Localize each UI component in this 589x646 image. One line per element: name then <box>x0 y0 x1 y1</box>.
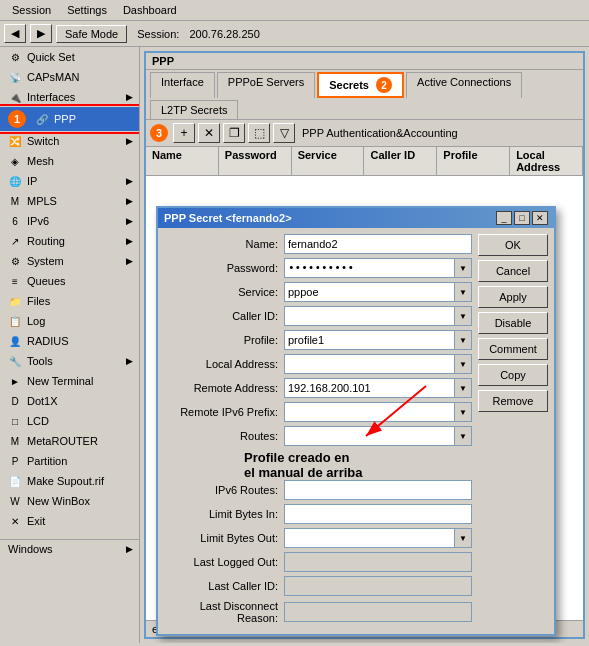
back-button[interactable]: ◀ <box>4 24 26 43</box>
sidebar-label-newterminal: New Terminal <box>27 375 93 387</box>
form-row-remote-ipv6: Remote IPv6 Prefix: ▼ <box>164 402 472 422</box>
sidebar-item-windows[interactable]: Windows ▶ <box>0 540 139 558</box>
modal-minimize-btn[interactable]: _ <box>496 211 512 225</box>
sidebar-item-exit[interactable]: ✕ Exit <box>0 511 139 531</box>
sidebar-item-tools[interactable]: 🔧 Tools ▶ <box>0 351 139 371</box>
sidebar-item-partition[interactable]: P Partition <box>0 451 139 471</box>
sidebar-label-queues: Queues <box>27 275 66 287</box>
caller-id-input[interactable] <box>284 306 472 326</box>
sidebar-label-exit: Exit <box>27 515 45 527</box>
tab-secrets[interactable]: Secrets 2 <box>317 72 404 98</box>
profile-input[interactable] <box>284 330 472 350</box>
badge-3: 3 <box>150 124 168 142</box>
last-logged-label: Last Logged Out: <box>164 556 284 568</box>
service-wrap: ▼ <box>284 282 472 302</box>
sidebar-item-quickset[interactable]: ⚙ Quick Set <box>0 47 139 67</box>
delete-button[interactable]: ✕ <box>198 123 220 143</box>
tab-l2tp-secrets[interactable]: L2TP Secrets <box>150 100 238 119</box>
limitout-dropdown-arrow[interactable]: ▼ <box>454 528 472 548</box>
limit-in-input[interactable] <box>284 504 472 524</box>
sidebar-item-system[interactable]: ⚙ System ▶ <box>0 251 139 271</box>
routes-dropdown-arrow[interactable]: ▼ <box>454 426 472 446</box>
sidebar-item-log[interactable]: 📋 Log <box>0 311 139 331</box>
routing-icon: ↗ <box>8 234 22 248</box>
interfaces-arrow: ▶ <box>126 92 133 102</box>
sidebar-item-ipv6[interactable]: 6 IPv6 ▶ <box>0 211 139 231</box>
callerid-dropdown-arrow[interactable]: ▼ <box>454 306 472 326</box>
capsman-icon: 📡 <box>8 70 22 84</box>
sidebar-item-mpls[interactable]: M MPLS ▶ <box>0 191 139 211</box>
comment-button[interactable]: Comment <box>478 338 548 360</box>
tab-active-connections[interactable]: Active Connections <box>406 72 522 98</box>
service-dropdown-arrow[interactable]: ▼ <box>454 282 472 302</box>
remoteaddr-dropdown-arrow[interactable]: ▼ <box>454 378 472 398</box>
sidebar-item-radius[interactable]: 👤 RADIUS <box>0 331 139 351</box>
safemode-button[interactable]: Safe Mode <box>56 25 127 43</box>
form-row-last-caller: Last Caller ID: <box>164 576 472 596</box>
header-caller-id: Caller ID <box>364 147 437 175</box>
cancel-button[interactable]: Cancel <box>478 260 548 282</box>
sidebar-item-newterminal[interactable]: ► New Terminal <box>0 371 139 391</box>
tab-interface[interactable]: Interface <box>150 72 215 98</box>
copy-list-button[interactable]: ❐ <box>223 123 245 143</box>
localaddr-dropdown-arrow[interactable]: ▼ <box>454 354 472 374</box>
sidebar-item-metarouter[interactable]: M MetaROUTER <box>0 431 139 451</box>
sidebar-item-interfaces[interactable]: 🔌 Interfaces ▶ <box>0 87 139 107</box>
sidebar-item-dot1x[interactable]: D Dot1X <box>0 391 139 411</box>
sidebar-item-ppp[interactable]: 1 🔗 PPP <box>0 107 139 131</box>
sidebar-item-mesh[interactable]: ◈ Mesh <box>0 151 139 171</box>
remoteipv6-dropdown-arrow[interactable]: ▼ <box>454 402 472 422</box>
sidebar-item-capsman[interactable]: 📡 CAPsMAN <box>0 67 139 87</box>
name-input[interactable] <box>284 234 472 254</box>
sidebar-item-queues[interactable]: ≡ Queues <box>0 271 139 291</box>
limit-out-input[interactable] <box>284 528 472 548</box>
sidebar-item-ip[interactable]: 🌐 IP ▶ <box>0 171 139 191</box>
ppp-window: PPP Interface PPPoE Servers Secrets 2 Ac… <box>144 51 585 639</box>
password-label: Password: <box>164 262 284 274</box>
modal-close-btn[interactable]: ✕ <box>532 211 548 225</box>
forward-button[interactable]: ▶ <box>30 24 52 43</box>
sidebar-item-newwinbox[interactable]: W New WinBox <box>0 491 139 511</box>
tab-pppoe-servers[interactable]: PPPoE Servers <box>217 72 315 98</box>
menu-session[interactable]: Session <box>4 2 59 18</box>
tabs-bar: Interface PPPoE Servers Secrets 2 Active… <box>146 70 583 120</box>
password-dropdown-arrow[interactable]: ▼ <box>454 258 472 278</box>
apply-button[interactable]: Apply <box>478 286 548 308</box>
sidebar-label-mpls: MPLS <box>27 195 57 207</box>
disable-button[interactable]: Disable <box>478 312 548 334</box>
paste-button[interactable]: ⬚ <box>248 123 270 143</box>
password-input[interactable] <box>284 258 472 278</box>
sidebar-item-routing[interactable]: ↗ Routing ▶ <box>0 231 139 251</box>
add-button[interactable]: + <box>173 123 195 143</box>
menu-settings[interactable]: Settings <box>59 2 115 18</box>
copy-button[interactable]: Copy <box>478 364 548 386</box>
ok-button[interactable]: OK <box>478 234 548 256</box>
remote-ipv6-input[interactable] <box>284 402 472 422</box>
routing-arrow: ▶ <box>126 236 133 246</box>
windows-arrow: ▶ <box>126 544 133 554</box>
service-input[interactable] <box>284 282 472 302</box>
remote-address-input[interactable] <box>284 378 472 398</box>
remove-button[interactable]: Remove <box>478 390 548 412</box>
form-row-routes: Routes: ▼ <box>164 426 472 446</box>
menu-dashboard[interactable]: Dashboard <box>115 2 185 18</box>
form-row-last-logged: Last Logged Out: <box>164 552 472 572</box>
sidebar-label-ip: IP <box>27 175 37 187</box>
form-row-service: Service: ▼ <box>164 282 472 302</box>
mpls-icon: M <box>8 194 22 208</box>
ipv6-routes-input[interactable] <box>284 480 472 500</box>
modal-maximize-btn[interactable]: □ <box>514 211 530 225</box>
tools-arrow: ▶ <box>126 356 133 366</box>
form-row-password: Password: ▼ <box>164 258 472 278</box>
filter-button[interactable]: ▽ <box>273 123 295 143</box>
sidebar-item-makesupout[interactable]: 📄 Make Supout.rif <box>0 471 139 491</box>
sidebar-item-lcd[interactable]: □ LCD <box>0 411 139 431</box>
sidebar-item-switch[interactable]: 🔀 Switch ▶ <box>0 131 139 151</box>
profile-dropdown-arrow[interactable]: ▼ <box>454 330 472 350</box>
ipv6-arrow: ▶ <box>126 216 133 226</box>
local-address-input[interactable] <box>284 354 472 374</box>
form-row-limit-out: Limit Bytes Out: ▼ <box>164 528 472 548</box>
sidebar-item-files[interactable]: 📁 Files <box>0 291 139 311</box>
form-row-limit-in: Limit Bytes In: <box>164 504 472 524</box>
routes-input[interactable] <box>284 426 472 446</box>
